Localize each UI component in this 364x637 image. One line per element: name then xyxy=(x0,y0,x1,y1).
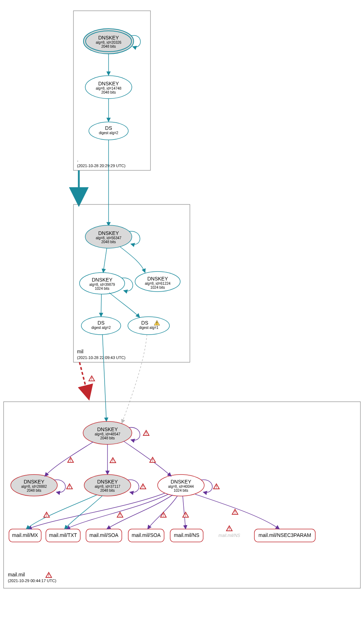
svg-text:!: ! xyxy=(142,485,143,489)
zone-root-label: . xyxy=(77,157,78,162)
svg-text:!: ! xyxy=(163,513,164,517)
dnsviz-graph: . (2021-10-28 20:29:29 UTC) DNSKEY alg=8… xyxy=(0,0,364,637)
warning-red-icon: ! xyxy=(226,526,232,531)
svg-text:!: ! xyxy=(234,510,235,514)
svg-text:digest alg=2: digest alg=2 xyxy=(99,131,119,135)
zone-mailmil-label: mail.mil xyxy=(8,572,25,577)
node-rr-soa1[interactable]: mail.mil/SOA xyxy=(86,529,122,542)
svg-text:mail.mil/NS: mail.mil/NS xyxy=(174,532,200,538)
svg-text:alg=8, id=14748: alg=8, id=14748 xyxy=(96,86,121,90)
svg-text:digest alg=1: digest alg=1 xyxy=(139,326,159,330)
svg-text:DS: DS xyxy=(105,125,112,131)
edge-mil-to-mailmil-deleg xyxy=(80,362,88,395)
svg-text:alg=8, id=40044: alg=8, id=40044 xyxy=(168,485,194,489)
svg-text:!: ! xyxy=(156,321,157,325)
svg-text:alg=8, id=20326: alg=8, id=20326 xyxy=(96,41,121,44)
svg-text:DNSKEY: DNSKEY xyxy=(98,230,119,236)
node-dnskey-mil-zsk2[interactable]: DNSKEY alg=8, id=61224 1024 bits xyxy=(135,272,180,292)
svg-text:2048 bits: 2048 bits xyxy=(27,489,42,492)
svg-text:2048 bits: 2048 bits xyxy=(101,240,116,244)
svg-text:!: ! xyxy=(216,485,217,489)
svg-text:alg=8, id=61224: alg=8, id=61224 xyxy=(145,282,171,286)
node-ds-mil-1[interactable]: DS digest alg=2 xyxy=(81,317,121,335)
warning-red-icon: ! xyxy=(232,509,238,514)
svg-text:!: ! xyxy=(185,513,186,517)
svg-text:mail.mil/SOA: mail.mil/SOA xyxy=(132,532,161,538)
warning-red-icon: ! xyxy=(214,484,219,489)
node-rr-ns-hidden: mail.mil/NS xyxy=(219,533,240,538)
svg-text:alg=8, id=37117: alg=8, id=37117 xyxy=(95,485,120,489)
node-dnskey-root-ksk[interactable]: DNSKEY alg=8, id=20326 2048 bits xyxy=(83,29,134,54)
node-rr-mx[interactable]: mail.mil/MX xyxy=(9,529,41,542)
edge-k3-txt xyxy=(66,494,168,529)
svg-text:DNSKEY: DNSKEY xyxy=(171,479,191,485)
warning-red-icon: ! xyxy=(68,457,73,462)
node-ds-mil-2[interactable]: DS digest alg=1 xyxy=(128,317,169,335)
svg-text:alg=8, id=48547: alg=8, id=48547 xyxy=(95,432,120,436)
svg-text:!: ! xyxy=(152,458,153,462)
svg-text:mail.mil/SOA: mail.mil/SOA xyxy=(90,532,119,538)
node-rr-txt[interactable]: mail.mil/TXT xyxy=(46,529,80,542)
svg-text:DS: DS xyxy=(141,320,148,326)
edge-milksk-zsk2 xyxy=(120,247,145,273)
zone-mailmil-timestamp: (2021-10-29 00:44:17 UTC) xyxy=(8,579,56,583)
warning-red-icon: ! xyxy=(110,458,116,463)
edge-k2-mx xyxy=(26,495,97,529)
svg-text:alg=8, id=56347: alg=8, id=56347 xyxy=(96,236,121,240)
svg-text:1024 bits: 1024 bits xyxy=(95,287,110,291)
svg-text:!: ! xyxy=(112,459,113,463)
node-dnskey-mailmil-ksk[interactable]: DNSKEY alg=8, id=48547 2048 bits xyxy=(83,421,132,444)
node-dnskey-mailmil-k1[interactable]: DNSKEY alg=8, id=28882 2048 bits xyxy=(11,475,57,496)
edge-mmksk-k3 xyxy=(124,441,171,476)
warning-red-icon: ! xyxy=(89,376,95,381)
node-dnskey-mailmil-k2[interactable]: DNSKEY alg=8, id=37117 2048 bits xyxy=(84,475,131,496)
warning-red-icon: ! xyxy=(44,512,49,517)
warning-red-icon: ! xyxy=(140,484,146,489)
svg-text:!: ! xyxy=(229,527,230,531)
svg-text:2048 bits: 2048 bits xyxy=(100,436,115,440)
svg-text:!: ! xyxy=(145,431,147,435)
svg-text:DS: DS xyxy=(97,320,104,326)
svg-text:alg=8, id=28882: alg=8, id=28882 xyxy=(21,485,47,489)
zone-mil-label: mil xyxy=(77,349,83,354)
warning-red-icon: ! xyxy=(46,572,52,577)
svg-text:DNSKEY: DNSKEY xyxy=(98,81,119,86)
svg-text:2048 bits: 2048 bits xyxy=(100,489,115,492)
svg-text:mail.mil/TXT: mail.mil/TXT xyxy=(49,532,77,538)
edge-milds2-mmksk xyxy=(122,335,147,423)
edge-milzsk-ds2 xyxy=(109,293,140,317)
node-ds-root[interactable]: DS digest alg=2 xyxy=(89,122,128,140)
warning-red-icon: ! xyxy=(67,484,72,489)
svg-text:DNSKEY: DNSKEY xyxy=(97,479,118,485)
svg-text:DNSKEY: DNSKEY xyxy=(98,35,119,41)
zone-mil-timestamp: (2021-10-28 22:09:43 UTC) xyxy=(77,355,125,360)
warning-red-icon: ! xyxy=(143,430,149,435)
svg-text:2048 bits: 2048 bits xyxy=(101,44,116,48)
node-rr-soa2[interactable]: mail.mil/SOA xyxy=(128,529,164,542)
svg-text:DNSKEY: DNSKEY xyxy=(97,426,118,432)
svg-text:digest alg=2: digest alg=2 xyxy=(91,326,111,330)
node-rr-ns[interactable]: mail.mil/NS xyxy=(170,529,203,542)
svg-text:DNSKEY: DNSKEY xyxy=(24,479,44,485)
edge-milksk-zsk xyxy=(103,248,107,273)
node-rr-nsec3[interactable]: mail.mil/NSEC3PARAM xyxy=(254,529,315,542)
edge-milds1-mmksk xyxy=(102,335,106,421)
node-dnskey-root-zsk[interactable]: DNSKEY alg=8, id=14748 2048 bits xyxy=(85,76,132,99)
svg-text:!: ! xyxy=(48,574,49,577)
svg-text:1024 bits: 1024 bits xyxy=(174,489,188,492)
edge-k3-mx xyxy=(28,493,165,529)
edge-milzsk-ds1 xyxy=(101,294,101,317)
svg-text:!: ! xyxy=(70,458,71,462)
edge-k3-nsec3 xyxy=(195,494,279,529)
svg-text:!: ! xyxy=(69,485,70,489)
svg-text:DNSKEY: DNSKEY xyxy=(147,276,168,282)
warning-red-icon: ! xyxy=(117,512,123,517)
node-dnskey-mil-zsk[interactable]: DNSKEY alg=8, id=39879 1024 bits xyxy=(80,273,125,294)
node-dnskey-mil-ksk[interactable]: DNSKEY alg=8, id=56347 2048 bits xyxy=(85,225,132,248)
zone-root-timestamp: (2021-10-28 20:29:29 UTC) xyxy=(77,164,125,168)
svg-text:!: ! xyxy=(46,513,47,517)
svg-text:1024 bits: 1024 bits xyxy=(150,286,165,289)
svg-text:2048 bits: 2048 bits xyxy=(101,90,116,94)
edge-mmksk-k1 xyxy=(45,442,93,476)
node-dnskey-mailmil-k3[interactable]: DNSKEY alg=8, id=40044 1024 bits xyxy=(158,475,204,496)
